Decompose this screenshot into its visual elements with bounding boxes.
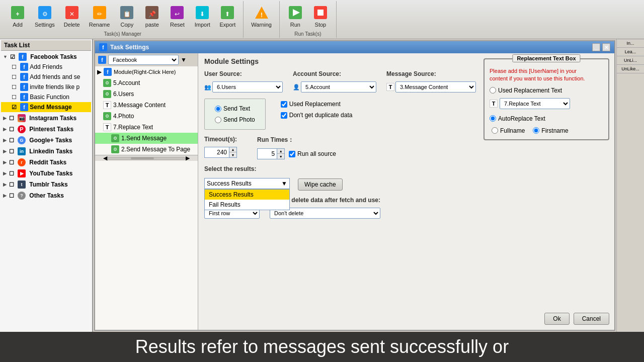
run-all-source-item[interactable]: Run all source bbox=[289, 150, 336, 157]
task-send-message[interactable]: ☑ f Send Message bbox=[1, 102, 91, 112]
checkbox14-icon: ☐ bbox=[8, 192, 16, 200]
used-replacement-text-radio[interactable] bbox=[490, 87, 496, 94]
tree-users[interactable]: ⚙ 6.Users bbox=[95, 88, 198, 100]
cancel-button[interactable]: Cancel bbox=[574, 313, 609, 325]
task-add-friends-se-label: Add friends and se bbox=[30, 73, 80, 80]
reset-button[interactable]: ↩ Reset bbox=[165, 2, 190, 30]
used-replacement-text-item[interactable]: Used Replacement Text bbox=[490, 87, 603, 94]
reddit-tasks-group: ▶ ☐ r Reddit Tasks bbox=[1, 157, 91, 167]
facebook-tasks-header[interactable]: ▼ ☑ f Facebook Tasks bbox=[1, 52, 91, 62]
used-replacement-item[interactable]: Used Replacement bbox=[281, 101, 353, 108]
tree-photo[interactable]: ⚙ 4.Photo bbox=[95, 111, 198, 122]
add-button[interactable]: + Add bbox=[5, 2, 30, 30]
task-add-friends-se[interactable]: ☐ f Add friends and se bbox=[1, 72, 91, 82]
rename-button[interactable]: ✏ Rename bbox=[85, 2, 115, 30]
stop-button[interactable]: Stop bbox=[308, 2, 333, 30]
warning-button[interactable]: ! Warning bbox=[247, 2, 276, 30]
task-add-friends[interactable]: ☐ f Add Friends bbox=[1, 62, 91, 72]
window-controls: _ ✕ bbox=[592, 43, 610, 51]
tree-replace-text[interactable]: T 7.Replace Text bbox=[95, 122, 198, 133]
youtube-tasks-header[interactable]: ▶ ☐ ▶ YouTube Tasks bbox=[1, 168, 91, 178]
used-replacement-checkbox[interactable] bbox=[281, 101, 287, 108]
import-button[interactable]: ⬇ Import bbox=[190, 2, 215, 30]
replace-text-select[interactable]: 7.Replace Text bbox=[500, 98, 570, 109]
run-times-down-btn[interactable]: ▼ bbox=[277, 154, 284, 159]
scroll-right-btn[interactable]: ▶ bbox=[186, 155, 190, 161]
close-button[interactable]: ✕ bbox=[602, 43, 610, 51]
reddit-tasks-header[interactable]: ▶ ☐ r Reddit Tasks bbox=[1, 157, 91, 167]
task-add-friends-label: Add Friends bbox=[30, 63, 62, 70]
scroll-track[interactable] bbox=[107, 157, 186, 160]
instagram-tasks-group: ▶ ☐ 📷 Instagram Tasks bbox=[1, 113, 91, 123]
send-photo-radio-item[interactable]: Send Photo bbox=[215, 116, 255, 123]
task-invite-friends[interactable]: ☐ f invite friends like p bbox=[1, 82, 91, 92]
user-source-select[interactable]: 6.Users bbox=[212, 81, 283, 93]
tree-account[interactable]: ⚙ 5.Account bbox=[95, 77, 198, 88]
linkedin-tasks-header[interactable]: ▶ ☐ in Linkedin Tasks bbox=[1, 146, 91, 156]
reset-icon: ↩ bbox=[169, 5, 185, 21]
run-all-source-checkbox[interactable] bbox=[289, 151, 295, 157]
paste-button[interactable]: 📌 paste bbox=[139, 2, 165, 30]
run-times-up-btn[interactable]: ▲ bbox=[277, 149, 284, 154]
auto-replace-radio[interactable] bbox=[490, 115, 496, 122]
run-times-input[interactable] bbox=[257, 148, 277, 159]
timeout-up-btn[interactable]: ▲ bbox=[229, 147, 236, 152]
timeout-input[interactable] bbox=[204, 147, 229, 158]
no-duplicate-checkbox[interactable] bbox=[281, 112, 287, 119]
select-results-dropdown[interactable]: Success Results ▼ bbox=[204, 178, 290, 189]
task-settings-title: Task Settings bbox=[110, 44, 149, 51]
task-settings-fb-icon: f bbox=[99, 43, 107, 51]
right-tab-unlike[interactable]: UnLike... bbox=[617, 65, 644, 73]
pinterest-tasks-header[interactable]: ▶ ☐ P Pinterest Tasks bbox=[1, 124, 91, 134]
timeout-arrows: ▲ ▼ bbox=[229, 147, 237, 158]
settings-icon: ⚙ bbox=[37, 5, 53, 21]
instagram-tasks-header[interactable]: ▶ ☐ 📷 Instagram Tasks bbox=[1, 113, 91, 123]
tree-send-message-page[interactable]: ⚙ 2.Send Message To Page bbox=[95, 144, 198, 155]
ok-button[interactable]: Ok bbox=[544, 313, 569, 325]
tree-root[interactable]: ▶ f Module(Right-Click Here) bbox=[95, 66, 198, 77]
tree-send-message-label: 1.Send Message bbox=[121, 135, 167, 142]
export-button[interactable]: ⬆ Export bbox=[215, 2, 240, 30]
svg-text:↩: ↩ bbox=[175, 11, 180, 18]
delete-button[interactable]: ✕ Delete bbox=[59, 2, 85, 30]
fail-results-option[interactable]: Fail Results bbox=[205, 200, 289, 210]
checkbox4-icon: ☐ bbox=[10, 83, 18, 91]
tree-message-content[interactable]: T 3.Message Content bbox=[95, 100, 198, 111]
firstname-item[interactable]: Firstname bbox=[533, 127, 568, 134]
linkedin-expand-icon: ▶ bbox=[3, 149, 7, 154]
right-tab-unli[interactable]: UnLi... bbox=[617, 56, 644, 65]
google-tasks-header[interactable]: ▶ ☐ G Google+ Tasks bbox=[1, 135, 91, 145]
send-text-radio[interactable] bbox=[215, 106, 221, 112]
auto-replace-item[interactable]: AutoReplace Text bbox=[490, 115, 603, 122]
fullname-item[interactable]: Fullname bbox=[492, 127, 525, 134]
platform-select[interactable]: Facebook bbox=[108, 55, 179, 65]
select-results-label: Select the results: bbox=[204, 165, 256, 172]
send-photo-radio[interactable] bbox=[215, 117, 221, 123]
copy-button[interactable]: 📋 Copy bbox=[114, 2, 139, 30]
scroll-left-btn[interactable]: ◀ bbox=[103, 155, 107, 161]
right-tab-in[interactable]: In... bbox=[617, 39, 644, 48]
run-section: Run Stop Run Task(s) bbox=[280, 1, 337, 38]
task-basic-function[interactable]: ☐ f Basic Function bbox=[1, 92, 91, 102]
message-source-select[interactable]: 3.Message Content bbox=[395, 81, 476, 93]
settings-button[interactable]: ⚙ Settings bbox=[30, 2, 59, 30]
account-source-col: Account Source: 👤 5.Account bbox=[293, 70, 376, 93]
firstname-radio[interactable] bbox=[533, 127, 539, 134]
success-results-option[interactable]: Success Results bbox=[205, 190, 289, 200]
fb-icon-6: f bbox=[20, 103, 28, 111]
tumblr-tasks-header[interactable]: ▶ ☐ t Tumblr Tasks bbox=[1, 179, 91, 190]
account-source-select[interactable]: 5.Account bbox=[301, 81, 376, 93]
run-button[interactable]: Run bbox=[283, 2, 308, 30]
tree-fb-icon: f bbox=[104, 68, 112, 76]
no-duplicate-item[interactable]: Don't get duplicate data bbox=[281, 112, 353, 119]
tree-send-message[interactable]: ⚙ 1.Send Message bbox=[95, 133, 198, 144]
timeout-down-btn[interactable]: ▼ bbox=[229, 152, 236, 157]
wipe-cache-button[interactable]: Wipe cache bbox=[298, 178, 343, 191]
right-tab-lea[interactable]: Lea... bbox=[617, 48, 644, 56]
other-tasks-header[interactable]: ▶ ☐ ? Other Tasks bbox=[1, 191, 91, 201]
send-text-radio-item[interactable]: Send Text bbox=[215, 105, 255, 112]
minimize-button[interactable]: _ bbox=[592, 43, 600, 51]
import-icon: ⬇ bbox=[194, 5, 210, 21]
linkedin-tasks-label: Linkedin Tasks bbox=[29, 148, 72, 155]
fullname-radio[interactable] bbox=[492, 127, 498, 134]
